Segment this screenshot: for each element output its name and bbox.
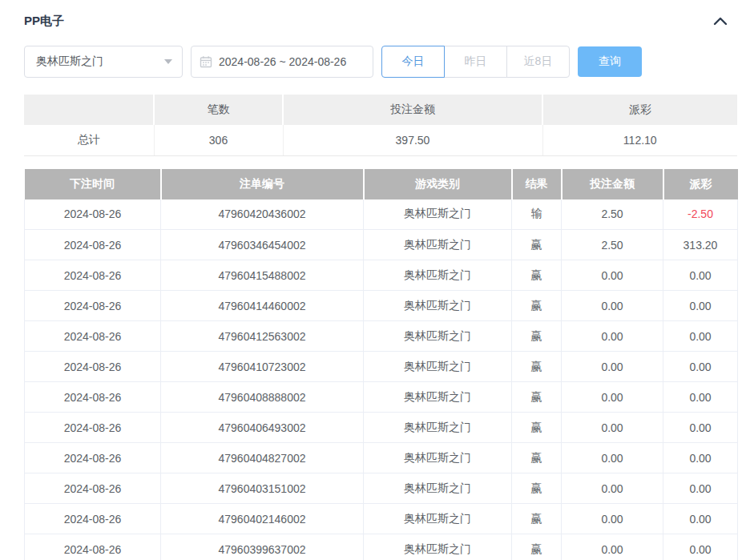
payout-cell: 0.00 [663,504,738,534]
caret-down-icon [164,59,172,64]
summary-total-bet-amount: 397.50 [283,125,542,155]
bets-table: 下注时间注单编号游戏类别结果投注金额派彩 2024-08-26479604204… [24,169,738,560]
chevron-up-icon [713,16,728,26]
collapse-panel-button[interactable] [712,12,729,30]
result-cell: 赢 [512,534,562,560]
bet-row: 2024-08-2647960406493002奥林匹斯之门赢0.000.00 [25,413,738,443]
bet-row: 2024-08-2647960399637002奥林匹斯之门赢0.000.00 [25,534,738,560]
bet-time-cell: 2024-08-26 [25,291,161,321]
game-category-cell: 奥林匹斯之门 [364,199,512,230]
summary-total-label: 总计 [24,125,154,155]
bet-id-cell: 47960399637002 [161,534,364,560]
payout-cell: 0.00 [663,473,738,504]
result-cell: 赢 [512,260,562,291]
result-cell: 赢 [512,382,562,413]
bet-row: 2024-08-2647960404827002奥林匹斯之门赢0.000.00 [25,443,738,473]
filter-toolbar: 奥林匹斯之门 2024-08-26 ~ 2024-08-26 今日 昨日 近8日… [24,46,737,78]
column-header-game-category: 游戏类别 [364,169,512,199]
column-header-bet-id: 注单编号 [161,169,364,199]
payout-cell: 0.00 [663,413,738,443]
date-range-value: 2024-08-26 ~ 2024-08-26 [219,55,346,68]
game-category-cell: 奥林匹斯之门 [364,413,512,443]
game-category-cell: 奥林匹斯之门 [364,352,512,382]
result-cell: 赢 [512,291,562,321]
payout-cell: 313.20 [663,230,738,260]
quick-button-today[interactable]: 今日 [381,46,445,78]
result-cell: 赢 [512,321,562,352]
payout-cell: 0.00 [663,260,738,291]
bet-row: 2024-08-2647960412563002奥林匹斯之门赢0.000.00 [25,321,738,352]
bet-row: 2024-08-2647960414460002奥林匹斯之门赢0.000.00 [25,291,738,321]
bet-amount-cell: 0.00 [562,413,663,443]
summary-header-row: 笔数 投注金额 派彩 [24,95,737,125]
bet-amount-cell: 2.50 [562,199,663,230]
payout-cell: 0.00 [663,321,738,352]
bet-row: 2024-08-2647960346454002奥林匹斯之门赢2.50313.2… [25,230,738,260]
bet-row: 2024-08-2647960408888002奥林匹斯之门赢0.000.00 [25,382,738,413]
query-button[interactable]: 查询 [578,46,642,77]
bet-amount-cell: 0.00 [562,321,663,352]
bet-id-cell: 47960402146002 [161,504,364,534]
payout-cell: 0.00 [663,443,738,473]
bet-amount-cell: 0.00 [562,534,663,560]
column-header-bet-time: 下注时间 [25,169,161,199]
summary-header-payout: 派彩 [542,95,737,125]
bet-time-cell: 2024-08-26 [25,230,161,260]
result-cell: 输 [512,199,562,230]
quick-date-group: 今日 昨日 近8日 [381,46,570,78]
bet-time-cell: 2024-08-26 [25,352,161,382]
bet-id-cell: 47960346454002 [161,230,364,260]
result-cell: 赢 [512,504,562,534]
bet-amount-cell: 2.50 [562,230,663,260]
bet-id-cell: 47960404827002 [161,443,364,473]
summary-header-blank [24,95,154,125]
bet-id-cell: 47960420436002 [161,199,364,230]
bet-amount-cell: 0.00 [562,473,663,504]
bet-id-cell: 47960415488002 [161,260,364,291]
game-category-cell: 奥林匹斯之门 [364,291,512,321]
summary-header-count: 笔数 [154,95,283,125]
bet-id-cell: 47960406493002 [161,413,364,443]
quick-button-yesterday[interactable]: 昨日 [444,46,507,78]
bet-row: 2024-08-2647960420436002奥林匹斯之门输2.50-2.50 [25,199,738,230]
bet-time-cell: 2024-08-26 [25,321,161,352]
payout-cell: 0.00 [663,534,738,560]
result-cell: 赢 [512,413,562,443]
bets-header-row: 下注时间注单编号游戏类别结果投注金额派彩 [25,169,738,199]
bet-row: 2024-08-2647960402146002奥林匹斯之门赢0.000.00 [25,504,738,534]
bet-time-cell: 2024-08-26 [25,443,161,473]
bet-row: 2024-08-2647960415488002奥林匹斯之门赢0.000.00 [25,260,738,291]
calendar-icon [200,55,212,68]
bet-amount-cell: 0.00 [562,504,663,534]
bet-time-cell: 2024-08-26 [25,413,161,443]
bet-time-cell: 2024-08-26 [25,473,161,504]
column-header-result: 结果 [512,169,562,199]
bet-amount-cell: 0.00 [562,352,663,382]
bet-amount-cell: 0.00 [562,291,663,321]
game-category-cell: 奥林匹斯之门 [364,473,512,504]
game-category-cell: 奥林匹斯之门 [364,230,512,260]
bet-id-cell: 47960414460002 [161,291,364,321]
game-category-cell: 奥林匹斯之门 [364,443,512,473]
summary-total-payout: 112.10 [542,125,737,155]
result-cell: 赢 [512,473,562,504]
result-cell: 赢 [512,230,562,260]
game-select[interactable]: 奥林匹斯之门 [24,46,183,78]
payout-cell: -2.50 [663,199,738,230]
bet-id-cell: 47960403151002 [161,473,364,504]
summary-table: 笔数 投注金额 派彩 总计 306 397.50 112.10 [24,95,737,156]
column-header-payout: 派彩 [663,169,738,199]
bet-amount-cell: 0.00 [562,443,663,473]
payout-cell: 0.00 [663,352,738,382]
bet-time-cell: 2024-08-26 [25,260,161,291]
date-range-input[interactable]: 2024-08-26 ~ 2024-08-26 [191,46,373,78]
quick-button-last8days[interactable]: 近8日 [506,46,570,78]
game-category-cell: 奥林匹斯之门 [364,504,512,534]
bet-time-cell: 2024-08-26 [25,199,161,230]
payout-cell: 0.00 [663,291,738,321]
summary-total-row: 总计 306 397.50 112.10 [24,125,737,155]
panel-header: PP电子 [0,0,742,30]
column-header-bet-amount: 投注金额 [562,169,663,199]
bet-row: 2024-08-2647960403151002奥林匹斯之门赢0.000.00 [25,473,738,504]
bet-time-cell: 2024-08-26 [25,534,161,560]
